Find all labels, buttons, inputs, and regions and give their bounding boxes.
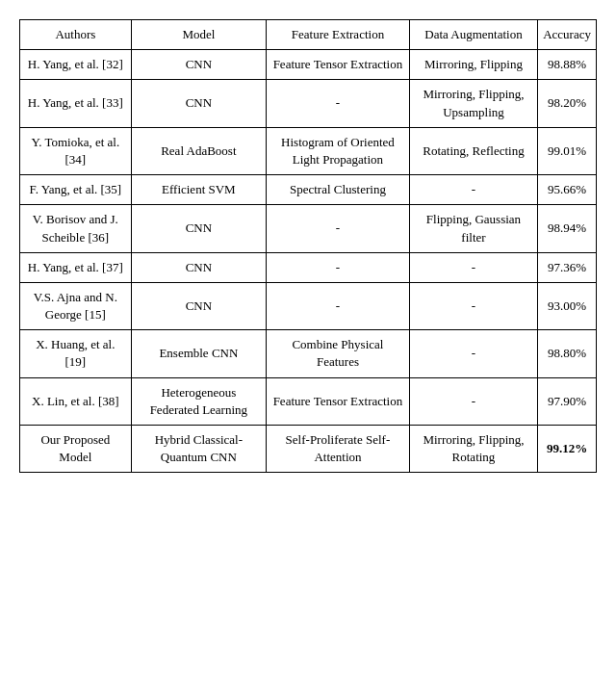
- comparison-table-wrapper: Authors Model Feature Extraction Data Au…: [19, 19, 597, 473]
- table-row: F. Yang, et al. [35]Efficient SVMSpectra…: [20, 175, 597, 205]
- cell-authors: H. Yang, et al. [37]: [20, 252, 132, 282]
- header-feature-extraction: Feature Extraction: [267, 20, 410, 50]
- cell-accuracy: 93.00%: [538, 282, 597, 329]
- cell-data-augmentation: -: [409, 175, 537, 205]
- cell-model: Efficient SVM: [131, 175, 266, 205]
- cell-model: CNN: [131, 205, 266, 252]
- cell-accuracy: 98.20%: [538, 80, 597, 127]
- cell-model: Heterogeneous Federated Learning: [131, 377, 266, 425]
- header-data-augmentation: Data Augmentation: [409, 20, 537, 50]
- cell-data-augmentation: Flipping, Gaussian filter: [409, 205, 537, 252]
- cell-model: Real AdaBoost: [131, 127, 266, 174]
- cell-accuracy: 98.94%: [538, 205, 597, 252]
- cell-accuracy: 99.12%: [538, 426, 597, 473]
- table-row: H. Yang, et al. [32]CNNFeature Tensor Ex…: [20, 50, 597, 80]
- cell-accuracy: 98.80%: [538, 330, 597, 377]
- table-row: V. Borisov and J. Scheible [36]CNN-Flipp…: [20, 205, 597, 252]
- cell-model: CNN: [131, 50, 266, 80]
- comparison-table: Authors Model Feature Extraction Data Au…: [19, 19, 597, 473]
- cell-authors: Y. Tomioka, et al. [34]: [20, 127, 132, 174]
- cell-accuracy: 99.01%: [538, 127, 597, 174]
- cell-feature-extraction: Histogram of Oriented Light Propagation: [267, 127, 410, 174]
- cell-authors: Our Proposed Model: [20, 426, 132, 473]
- cell-model: CNN: [131, 252, 266, 282]
- cell-data-augmentation: Mirroring, Flipping, Upsampling: [409, 80, 537, 127]
- table-row: Y. Tomioka, et al. [34]Real AdaBoostHist…: [20, 127, 597, 174]
- cell-authors: X. Lin, et al. [38]: [20, 377, 132, 425]
- cell-accuracy: 97.36%: [538, 252, 597, 282]
- cell-feature-extraction: Spectral Clustering: [267, 175, 410, 205]
- cell-data-augmentation: -: [409, 377, 537, 425]
- cell-feature-extraction: -: [267, 282, 410, 329]
- table-row: X. Lin, et al. [38]Heterogeneous Federat…: [20, 377, 597, 425]
- cell-feature-extraction: Self-Proliferate Self-Attention: [267, 426, 410, 473]
- cell-feature-extraction: -: [267, 205, 410, 252]
- cell-model: Ensemble CNN: [131, 330, 266, 377]
- cell-model: CNN: [131, 80, 266, 127]
- cell-accuracy: 98.88%: [538, 50, 597, 80]
- cell-authors: V.S. Ajna and N. George [15]: [20, 282, 132, 329]
- cell-data-augmentation: Mirroring, Flipping: [409, 50, 537, 80]
- cell-model: CNN: [131, 282, 266, 329]
- cell-feature-extraction: -: [267, 252, 410, 282]
- cell-data-augmentation: -: [409, 252, 537, 282]
- table-row: H. Yang, et al. [33]CNN-Mirroring, Flipp…: [20, 80, 597, 127]
- cell-feature-extraction: Feature Tensor Extraction: [267, 377, 410, 425]
- header-authors: Authors: [20, 20, 132, 50]
- cell-accuracy: 95.66%: [538, 175, 597, 205]
- cell-feature-extraction: -: [267, 80, 410, 127]
- table-row: H. Yang, et al. [37]CNN--97.36%: [20, 252, 597, 282]
- table-row: X. Huang, et al. [19]Ensemble CNNCombine…: [20, 330, 597, 377]
- table-row: Our Proposed ModelHybrid Classical-Quant…: [20, 426, 597, 473]
- cell-model: Hybrid Classical-Quantum CNN: [131, 426, 266, 473]
- cell-authors: F. Yang, et al. [35]: [20, 175, 132, 205]
- cell-accuracy: 97.90%: [538, 377, 597, 425]
- cell-feature-extraction: Feature Tensor Extraction: [267, 50, 410, 80]
- cell-authors: H. Yang, et al. [32]: [20, 50, 132, 80]
- cell-data-augmentation: Rotating, Reflecting: [409, 127, 537, 174]
- header-accuracy: Accuracy: [538, 20, 597, 50]
- header-model: Model: [131, 20, 266, 50]
- cell-authors: V. Borisov and J. Scheible [36]: [20, 205, 132, 252]
- cell-data-augmentation: Mirroring, Flipping, Rotating: [409, 426, 537, 473]
- cell-data-augmentation: -: [409, 330, 537, 377]
- table-row: V.S. Ajna and N. George [15]CNN--93.00%: [20, 282, 597, 329]
- cell-feature-extraction: Combine Physical Features: [267, 330, 410, 377]
- cell-authors: H. Yang, et al. [33]: [20, 80, 132, 127]
- header-row: Authors Model Feature Extraction Data Au…: [20, 20, 597, 50]
- cell-data-augmentation: -: [409, 282, 537, 329]
- cell-authors: X. Huang, et al. [19]: [20, 330, 132, 377]
